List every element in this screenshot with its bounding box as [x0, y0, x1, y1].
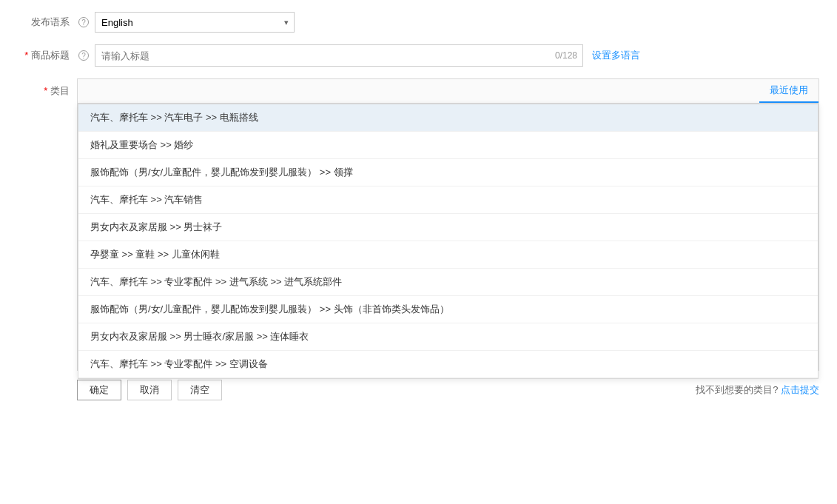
publish-lang-label: 发布语系 — [18, 16, 77, 29]
list-item[interactable]: 孕婴童 >> 童鞋 >> 儿童休闲鞋 — [78, 241, 818, 269]
confirm-button[interactable]: 确定 — [77, 380, 121, 400]
recent-used-bar: 最近使用 — [78, 79, 818, 104]
list-item[interactable]: 服饰配饰（男/女/儿童配件，婴儿配饰发到婴儿服装） >> 头饰（非首饰类头发饰品… — [78, 296, 818, 323]
publish-lang-select[interactable]: English — [95, 12, 295, 33]
list-item[interactable]: 男女内衣及家居服 >> 男士袜子 — [78, 214, 818, 241]
list-item[interactable]: 婚礼及重要场合 >> 婚纱 — [78, 132, 818, 159]
recent-used-tab[interactable]: 最近使用 — [759, 79, 818, 103]
category-label: 类目 — [18, 78, 77, 98]
footer-left-buttons: 确定 取消 清空 — [77, 380, 222, 400]
category-body: 🔍 🔍 男女内衣及家居服›汽车、摩托车›美容 — [78, 104, 818, 340]
list-item[interactable]: 汽车、摩托车 >> 汽车销售 — [78, 187, 818, 214]
clear-button[interactable]: 清空 — [178, 380, 222, 400]
list-item[interactable]: 汽车、摩托车 >> 汽车电子 >> 电瓶搭线 — [78, 104, 818, 132]
list-item[interactable]: 服饰配饰（男/女/儿童配件，婴儿配饰发到婴儿服装） >> 领撑 — [78, 159, 818, 187]
list-item[interactable]: 男女内衣及家居服 >> 男士睡衣/家居服 >> 连体睡衣 — [78, 323, 818, 351]
submit-link[interactable]: 点击提交 — [781, 384, 819, 395]
publish-lang-help-icon[interactable]: ? — [78, 17, 89, 27]
not-found-text: 找不到想要的类目? — [696, 384, 778, 395]
title-input[interactable] — [95, 44, 583, 67]
footer-right: 找不到想要的类目? 点击提交 — [696, 383, 819, 397]
title-char-count: 0/128 — [555, 50, 577, 61]
cancel-button[interactable]: 取消 — [127, 380, 172, 400]
title-help-icon[interactable]: ? — [78, 50, 89, 61]
title-label: 商品标题 — [18, 49, 77, 62]
list-item[interactable]: 汽车、摩托车 >> 专业零配件 >> 进气系统 >> 进气系统部件 — [78, 269, 818, 296]
recent-dropdown: 汽车、摩托车 >> 汽车电子 >> 电瓶搭线婚礼及重要场合 >> 婚纱服饰配饰（… — [78, 104, 818, 379]
multilang-link[interactable]: 设置多语言 — [592, 49, 640, 62]
list-item[interactable]: 汽车、摩托车 >> 专业零配件 >> 空调设备 — [78, 351, 818, 378]
category-panel: 最近使用 🔍 — [77, 78, 819, 371]
